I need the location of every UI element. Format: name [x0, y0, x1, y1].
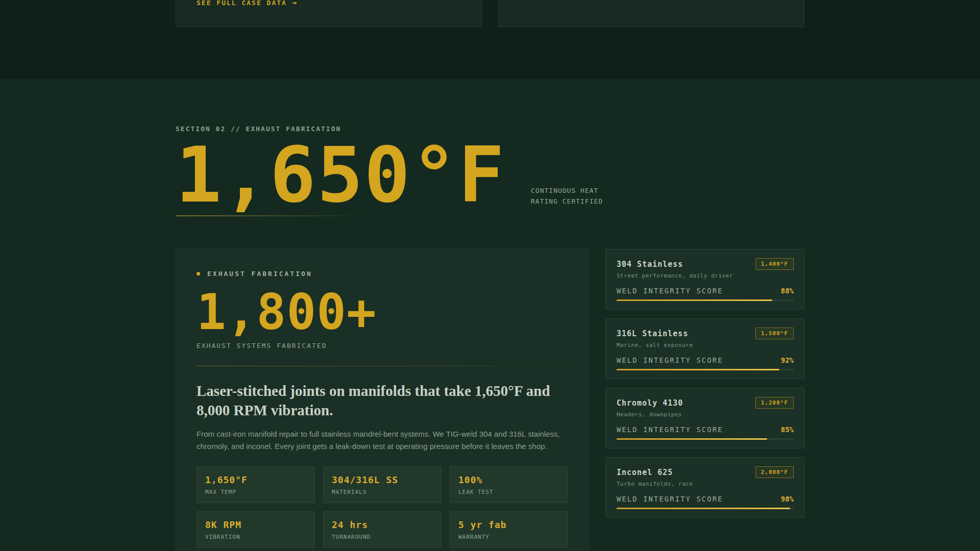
weld-score-label: WELD INTEGRITY SCORE [617, 425, 723, 434]
spec-tile-materials: 304/316L SS MATERIALS [323, 466, 442, 503]
spec-tile-leak-test: 100% LEAK TEST [450, 466, 568, 503]
hero-caption-line1: CONTINUOUS HEAT [531, 185, 603, 196]
material-card-304-stainless: 304 Stainless 1,400°F Street performance… [605, 249, 804, 310]
spec-tile-turnaround: 24 hrs TURNAROUND [323, 511, 442, 548]
spec-value: 1,650°F [205, 474, 306, 485]
card-tag-label: EXHAUST FABRICATION [207, 270, 312, 278]
temp-rating-badge: 1,400°F [755, 258, 794, 270]
case-link-label: SEE FULL CASE DATA [197, 0, 287, 7]
card-heading: Laser-stitched joints on manifolds that … [197, 382, 568, 420]
material-title: Inconel 625 [617, 466, 673, 477]
material-card-inconel-625: Inconel 625 2,000°F Turbo manifolds, rac… [605, 457, 804, 518]
weld-score-bar-fill [617, 369, 779, 370]
weld-score-bar-fill [617, 299, 772, 301]
spec-value: 304/316L SS [332, 474, 433, 485]
weld-score-value: 88% [781, 287, 794, 295]
weld-score-label: WELD INTEGRITY SCORE [617, 356, 723, 364]
weld-score-value: 85% [781, 425, 794, 434]
weld-score-bar-fill [617, 508, 790, 509]
material-card-chromoly-4130: Chromoly 4130 1,200°F Headers, downpipes… [605, 388, 804, 448]
weld-score-value: 92% [781, 356, 794, 364]
spec-label: TURNAROUND [332, 534, 433, 540]
weld-score-bar-track [617, 369, 794, 370]
spec-tile-grid: 1,650°F MAX TEMP 304/316L SS MATERIALS 1… [197, 466, 568, 548]
materials-sidebar: 304 Stainless 1,400°F Street performance… [605, 249, 804, 518]
material-subtitle: Street performance, daily driver [617, 272, 794, 279]
material-subtitle: Turbo manifolds, race [617, 481, 794, 487]
spec-label: WARRANTY [458, 534, 559, 540]
case-study-card: SEE FULL CASE DATA → [176, 0, 482, 27]
exhaust-fabrication-section: SECTION 02 // EXHAUST FABRICATION 1,650°… [0, 79, 980, 551]
weld-score-bar-track [617, 299, 794, 301]
card-body-text: From cast-iron manifold repair to full s… [197, 428, 568, 452]
spec-label: VIBRATION [205, 534, 306, 540]
previous-section-strip: SEE FULL CASE DATA → [0, 0, 980, 79]
weld-score-bar-track [617, 508, 794, 509]
spec-value: 100% [458, 474, 559, 485]
spec-tile-vibration: 8K RPM VIBRATION [197, 511, 315, 548]
bullet-dot-icon [197, 272, 200, 276]
systems-fabricated-value: 1,800+ [197, 288, 568, 337]
spec-value: 8K RPM [205, 519, 306, 530]
material-title: 304 Stainless [617, 258, 683, 269]
hero-caption: CONTINUOUS HEAT RATING CERTIFIED [531, 185, 603, 207]
material-card-316l-stainless: 316L Stainless 1,500°F Marine, salt expo… [605, 318, 804, 379]
temp-rating-badge: 1,200°F [755, 397, 794, 409]
systems-fabricated-label: EXHAUST SYSTEMS FABRICATED [197, 342, 568, 349]
see-full-case-data-link[interactable]: SEE FULL CASE DATA → [176, 0, 481, 27]
card-divider [197, 366, 568, 366]
spec-value: 5 yr fab [458, 519, 559, 530]
arrow-right-icon: → [292, 0, 297, 7]
material-title: Chromoly 4130 [617, 397, 683, 408]
weld-score-bar-fill [617, 438, 767, 440]
weld-score-label: WELD INTEGRITY SCORE [617, 495, 723, 503]
hero-temperature-value: 1,650°F [176, 137, 804, 213]
hero-block: SECTION 02 // EXHAUST FABRICATION 1,650°… [176, 125, 804, 216]
card-tag-row: EXHAUST FABRICATION [197, 270, 568, 278]
spec-tile-warranty: 5 yr fab WARRANTY [450, 511, 568, 548]
weld-score-bar-track [617, 438, 794, 440]
fabrication-detail-card: EXHAUST FABRICATION 1,800+ EXHAUST SYSTE… [176, 249, 589, 551]
spec-label: MAX TEMP [205, 489, 306, 495]
adjacent-case-card [498, 0, 804, 27]
spec-label: MATERIALS [332, 489, 433, 495]
material-title: 316L Stainless [617, 328, 688, 338]
weld-score-value: 98% [781, 495, 794, 503]
spec-tile-max-temp: 1,650°F MAX TEMP [197, 466, 315, 503]
weld-score-label: WELD INTEGRITY SCORE [617, 287, 723, 295]
spec-value: 24 hrs [332, 519, 433, 530]
hero-caption-line2: RATING CERTIFIED [531, 196, 603, 207]
material-subtitle: Headers, downpipes [617, 411, 794, 418]
material-subtitle: Marine, salt exposure [617, 342, 794, 348]
temp-rating-badge: 1,500°F [755, 328, 794, 339]
spec-label: LEAK TEST [458, 489, 559, 495]
temp-rating-badge: 2,000°F [755, 466, 794, 478]
